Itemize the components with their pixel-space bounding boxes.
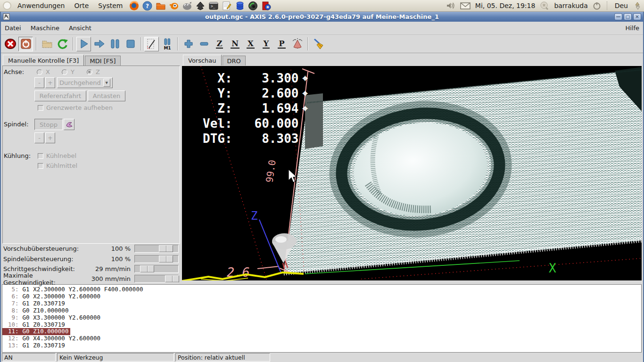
- mist-checkbox[interactable]: Kühlnebel: [38, 152, 76, 159]
- view-perspective-button[interactable]: P: [274, 37, 289, 51]
- gcode-line[interactable]: 6:G0 X2.300000 Y2.600000: [2, 293, 102, 300]
- view-x-button[interactable]: X: [243, 37, 258, 51]
- help-icon[interactable]: ?: [142, 0, 153, 11]
- reload-button[interactable]: [55, 37, 70, 51]
- optional-pause-button[interactable]: M1: [160, 37, 174, 51]
- menu-system[interactable]: System: [94, 1, 127, 10]
- gcode-line[interactable]: 12:G0 X4.300000 Y2.600000: [2, 335, 102, 342]
- blender-icon[interactable]: [169, 0, 179, 11]
- radio-z-icon: [87, 69, 92, 75]
- backplot-view[interactable]: 99.0 2.6 Z X: [182, 66, 642, 280]
- stop-button[interactable]: [123, 37, 138, 51]
- view-z-button[interactable]: Z: [212, 37, 227, 51]
- terminal-icon[interactable]: >_: [208, 0, 219, 11]
- checkbox-icon: [38, 105, 43, 111]
- toolbar-separator: [140, 37, 141, 50]
- feed-override-slider[interactable]: [134, 245, 179, 253]
- override-limits-checkbox[interactable]: Grenzwerte aufheben: [38, 104, 113, 111]
- spindle-override-label: Spindelübersteuerung:: [3, 255, 83, 263]
- gcode-line[interactable]: 13:G1 Z0.330719: [2, 342, 67, 349]
- titlebar[interactable]: output.ngc - AXIS 2.6.0-pre0-3027-g43eda…: [1, 12, 643, 22]
- gcode-line[interactable]: 8:G0 Z10.000000: [2, 307, 70, 314]
- tab-mdi[interactable]: MDI [F5]: [85, 56, 120, 66]
- pause-button[interactable]: [107, 37, 122, 51]
- tab-vorschau[interactable]: Vorschau: [183, 55, 222, 66]
- axis-radio-y[interactable]: Y: [62, 68, 74, 75]
- system-config-icon[interactable]: [261, 0, 272, 11]
- jog-minus-button[interactable]: -: [34, 77, 44, 88]
- radio-x-icon: [37, 69, 42, 75]
- spindle-stop-button[interactable]: Stopp: [34, 119, 63, 130]
- mail-icon[interactable]: [460, 2, 471, 9]
- dro-z: 1.694: [232, 101, 299, 116]
- camera-eye-icon[interactable]: [248, 0, 258, 11]
- open-file-button[interactable]: [40, 37, 54, 51]
- spindle-override-slider[interactable]: [134, 255, 179, 263]
- keyboard-layout[interactable]: Deu: [615, 2, 628, 9]
- spindle-slower-button[interactable]: -: [34, 132, 44, 143]
- touch-off-button[interactable]: Antasten: [88, 90, 125, 101]
- flood-checkbox[interactable]: Kühlmittel: [38, 162, 77, 169]
- close-button[interactable]: ✕: [633, 13, 641, 20]
- menu-anwendungen[interactable]: Anwendungen: [13, 1, 69, 10]
- inkscape-icon[interactable]: [195, 0, 206, 11]
- distro-logo-icon[interactable]: [3, 1, 11, 10]
- statusbar: AN Kein Werkzeug Position: relativ aktue…: [1, 353, 643, 362]
- max-velocity-slider[interactable]: [134, 275, 179, 283]
- clear-plot-button[interactable]: [311, 37, 326, 51]
- skip-lines-button[interactable]: [144, 37, 159, 51]
- chat-status-icon[interactable]: [540, 1, 549, 10]
- pause-icon: [109, 38, 121, 49]
- zoom-out-button[interactable]: [197, 37, 211, 51]
- gimp-icon[interactable]: [182, 0, 192, 11]
- text-editor-icon[interactable]: [222, 0, 232, 11]
- maximize-button[interactable]: ▢: [624, 13, 632, 20]
- minimize-button[interactable]: —: [614, 13, 622, 20]
- gcode-line[interactable]: 7:G1 Z0.330719: [2, 300, 67, 307]
- coolant-label: Kühlung:: [4, 152, 31, 159]
- view-y-button[interactable]: Y: [259, 37, 273, 51]
- spindle-faster-button[interactable]: +: [45, 132, 55, 143]
- jog-mode-combobox[interactable]: Durchgehend ▼: [57, 77, 113, 88]
- axis-radio-z[interactable]: Z: [87, 68, 100, 75]
- power-icon[interactable]: [593, 1, 601, 10]
- firefox-icon[interactable]: [129, 0, 140, 11]
- axis-radio-x[interactable]: X: [37, 68, 50, 75]
- spindle-brake-button[interactable]: [64, 119, 74, 130]
- rotate-view-button[interactable]: [290, 37, 305, 51]
- dro-readout: X:3.300⌖ Y:2.600⌖ Z:1.694⌖ Vel:60.000 DT…: [203, 71, 308, 146]
- jog-plus-button[interactable]: +: [45, 77, 55, 88]
- zoom-in-button[interactable]: [181, 37, 196, 51]
- menu-datei[interactable]: Datei: [5, 25, 21, 32]
- view-z2-button[interactable]: N: [228, 37, 242, 51]
- gcode-line-active[interactable]: 11:G0 Z10.000000: [2, 328, 70, 335]
- gcode-line[interactable]: 9:G0 X3.300000 Y2.600000: [2, 314, 102, 321]
- menu-ansicht[interactable]: Ansicht: [69, 25, 91, 32]
- machine-power-button[interactable]: [18, 37, 33, 51]
- menu-hilfe[interactable]: Hilfe: [625, 25, 639, 32]
- username[interactable]: barrakuda: [554, 2, 587, 9]
- menu-maschine[interactable]: Maschine: [31, 25, 59, 32]
- gcode-line[interactable]: 5:G1 X2.300000 Y2.600000 F400.000000: [2, 286, 145, 293]
- step-button[interactable]: [92, 37, 107, 51]
- volume-icon[interactable]: [446, 2, 455, 9]
- z-axis-label: Z: [251, 209, 257, 222]
- clock[interactable]: Mi, 05. Dez, 19:18: [475, 2, 536, 9]
- database-icon[interactable]: [235, 0, 245, 11]
- power-toggle-icon: [20, 38, 32, 49]
- svg-text:?: ?: [146, 3, 149, 9]
- estop-button[interactable]: [3, 37, 17, 51]
- file-manager-icon[interactable]: [156, 0, 166, 11]
- tab-manual-control[interactable]: Manuelle Kontrolle [F3]: [3, 55, 84, 66]
- homed-icon: ⌖: [302, 71, 307, 86]
- gcode-line[interactable]: 10:G1 Z0.330719: [2, 321, 67, 329]
- layout-switch-icon[interactable]: [633, 1, 641, 10]
- combobox-arrow-icon: ▼: [103, 79, 110, 87]
- toolbar-separator: [307, 37, 308, 50]
- run-button[interactable]: [76, 37, 91, 51]
- tab-dro[interactable]: DRO: [223, 56, 246, 66]
- jog-speed-slider[interactable]: [134, 265, 179, 273]
- home-axis-button[interactable]: Referenzfahrt: [34, 90, 86, 101]
- gcode-listing[interactable]: 5:G1 X2.300000 Y2.600000 F400.000000 6:G…: [2, 284, 642, 353]
- menu-orte[interactable]: Orte: [70, 1, 93, 10]
